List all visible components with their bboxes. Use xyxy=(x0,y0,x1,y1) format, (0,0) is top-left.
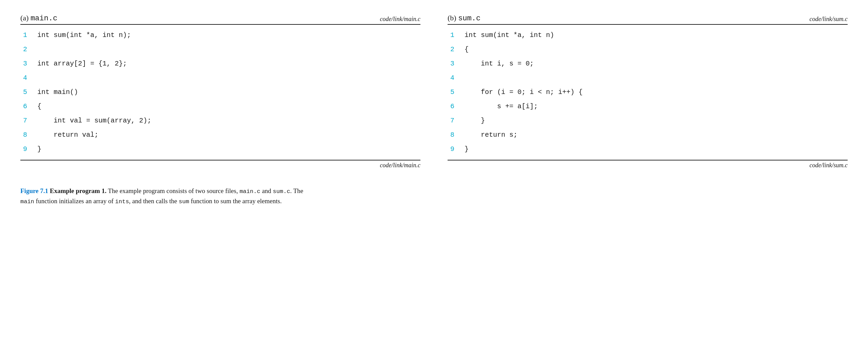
left-title-file: main.c xyxy=(31,14,57,23)
line-content: for (i = 0; i < n; i++) { xyxy=(465,85,583,99)
caption-line2-code1: main xyxy=(20,198,34,205)
code-panels: (a) main.c code/link/main.c 1int sum(int… xyxy=(20,14,848,169)
caption-text3: . The xyxy=(290,187,303,194)
line-number: 4 xyxy=(448,71,465,85)
line-number: 2 xyxy=(448,42,465,57)
table-row: 1int sum(int *a, int n) xyxy=(448,28,848,42)
line-number: 3 xyxy=(20,57,37,71)
line-number: 4 xyxy=(20,71,37,85)
right-code-body: 1int sum(int *a, int n)2{3 int i, s = 0;… xyxy=(448,25,848,160)
line-number: 7 xyxy=(448,114,465,128)
table-row: 8 return val; xyxy=(20,128,420,142)
left-panel-title: (a) main.c xyxy=(20,14,57,23)
table-row: 4 xyxy=(20,71,420,85)
table-row: 6{ xyxy=(20,99,420,114)
table-row: 3 int i, s = 0; xyxy=(448,57,848,71)
right-panel-footer: code/link/sum.c xyxy=(448,160,848,169)
line-number: 7 xyxy=(20,114,37,128)
table-row: 2 xyxy=(20,42,420,57)
line-content: int main() xyxy=(37,85,78,99)
line-content: s += a[i]; xyxy=(465,99,538,114)
line-number: 8 xyxy=(448,128,465,142)
caption-text1: The example program consists of two sour… xyxy=(108,187,240,194)
line-number: 6 xyxy=(448,99,465,114)
left-panel-header: (a) main.c code/link/main.c xyxy=(20,14,420,25)
table-row: 7 int val = sum(array, 2); xyxy=(20,114,420,128)
line-number: 5 xyxy=(448,85,465,99)
table-row: 7 } xyxy=(448,114,848,128)
caption-text2: and xyxy=(260,187,273,194)
caption-code2: sum.c xyxy=(273,188,290,195)
figure-label: Figure 7.1 xyxy=(20,187,48,194)
table-row: 1int sum(int *a, int n); xyxy=(20,28,420,42)
right-code-panel: (b) sum.c code/link/sum.c 1int sum(int *… xyxy=(448,14,848,169)
left-panel-footer: code/link/main.c xyxy=(20,160,420,169)
table-row: 9} xyxy=(20,142,420,156)
left-code-panel: (a) main.c code/link/main.c 1int sum(int… xyxy=(20,14,420,169)
line-number: 9 xyxy=(20,142,37,156)
line-content: int array[2] = {1, 2}; xyxy=(37,57,127,71)
right-title-file: sum.c xyxy=(458,14,480,23)
caption-line2-code3: sum xyxy=(179,198,189,205)
main-container: (a) main.c code/link/main.c 1int sum(int… xyxy=(20,14,848,207)
right-filepath-top: code/link/sum.c xyxy=(810,16,848,23)
table-row: 5 for (i = 0; i < n; i++) { xyxy=(448,85,848,99)
caption-bold-text: Example program 1. xyxy=(50,187,107,194)
left-filepath-bottom: code/link/main.c xyxy=(380,162,420,169)
table-row: 8 return s; xyxy=(448,128,848,142)
table-row: 2{ xyxy=(448,42,848,57)
caption-code1: main.c xyxy=(240,188,260,195)
line-number: 1 xyxy=(448,28,465,42)
right-panel-title: (b) sum.c xyxy=(448,14,480,23)
line-content: int val = sum(array, 2); xyxy=(37,114,151,128)
line-content: { xyxy=(37,99,41,114)
line-content: } xyxy=(465,114,485,128)
table-row: 4 xyxy=(448,71,848,85)
line-content: return val; xyxy=(37,128,98,142)
figure-caption: Figure 7.1 Example program 1. The exampl… xyxy=(20,186,848,207)
line-content: return s; xyxy=(465,128,517,142)
line-content: int sum(int *a, int n); xyxy=(37,28,131,42)
line-content: } xyxy=(465,142,469,156)
line-number: 3 xyxy=(448,57,465,71)
line-number: 8 xyxy=(20,128,37,142)
left-code-body: 1int sum(int *a, int n);23int array[2] =… xyxy=(20,25,420,160)
line-number: 1 xyxy=(20,28,37,42)
line-content: int i, s = 0; xyxy=(465,57,534,71)
line-content: int sum(int *a, int n) xyxy=(465,28,554,42)
left-title-prefix: (a) xyxy=(20,14,29,22)
table-row: 9} xyxy=(448,142,848,156)
caption-line2-code2: ints xyxy=(115,198,129,205)
right-title-prefix: (b) xyxy=(448,14,456,22)
table-row: 6 s += a[i]; xyxy=(448,99,848,114)
caption-text4: function initializes an array of xyxy=(34,197,115,205)
right-panel-header: (b) sum.c code/link/sum.c xyxy=(448,14,848,25)
table-row: 3int array[2] = {1, 2}; xyxy=(20,57,420,71)
caption-text6: function to sum the array elements. xyxy=(189,197,282,205)
table-row: 5int main() xyxy=(20,85,420,99)
line-content: { xyxy=(465,42,469,57)
caption-text5: , and then calls the xyxy=(129,197,179,205)
line-number: 9 xyxy=(448,142,465,156)
line-number: 2 xyxy=(20,42,37,57)
line-content: } xyxy=(37,142,41,156)
right-filepath-bottom: code/link/sum.c xyxy=(810,162,848,169)
line-number: 6 xyxy=(20,99,37,114)
left-filepath-top: code/link/main.c xyxy=(380,16,420,23)
line-number: 5 xyxy=(20,85,37,99)
